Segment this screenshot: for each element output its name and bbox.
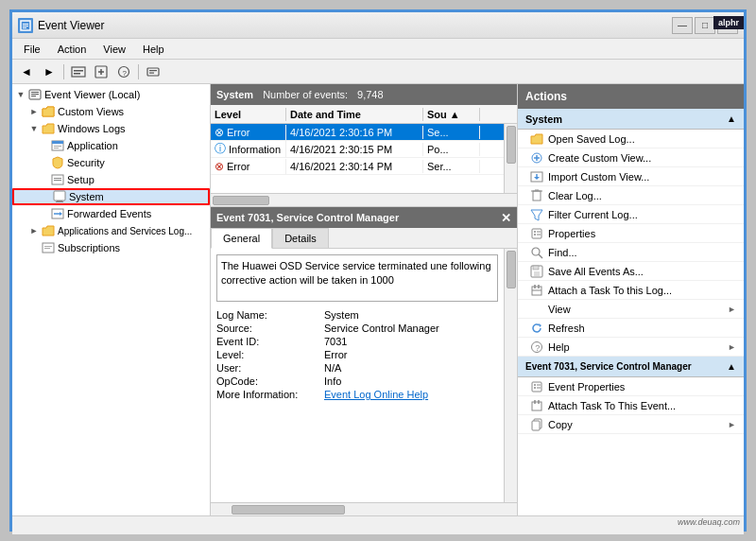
action-clear-log[interactable]: Clear Log...	[518, 186, 744, 205]
action-copy[interactable]: Copy ►	[518, 415, 744, 434]
menu-help[interactable]: Help	[135, 42, 172, 57]
field-value-user: N/A	[324, 362, 498, 374]
toolbar-back[interactable]: ◄	[16, 62, 37, 81]
action-attach-task-event[interactable]: Attach Task To This Event...	[518, 396, 744, 415]
action-save-all[interactable]: Save All Events As...	[518, 262, 744, 281]
action-label: Copy	[548, 419, 573, 430]
table-row[interactable]: ⓘ Information 4/16/2021 2:30:15 PM Po...	[211, 141, 504, 158]
svg-rect-49	[537, 234, 541, 235]
log-datetime-cell: 4/16/2021 2:30:16 PM	[286, 126, 423, 139]
action-event-properties[interactable]: Event Properties	[518, 377, 744, 396]
view-icon	[529, 302, 544, 317]
event-detail-h-thumb[interactable]	[232, 505, 345, 515]
action-create-custom-view[interactable]: Create Custom View...	[518, 148, 744, 167]
properties-icon	[529, 226, 544, 241]
event-detail-scrollbar-thumb[interactable]	[507, 251, 516, 288]
svg-text:?: ?	[535, 343, 540, 353]
tree-item-forwarded[interactable]: Forwarded Events	[12, 205, 210, 222]
tree-item-app-services[interactable]: ► Applications and Services Log...	[12, 222, 210, 239]
action-attach-task[interactable]: Attach a Task To this Log...	[518, 281, 744, 300]
action-import-custom-view[interactable]: Import Custom View...	[518, 167, 744, 186]
actions-section-event[interactable]: Event 7031, Service Control Manager ▲	[518, 357, 744, 377]
svg-rect-21	[54, 146, 61, 147]
action-refresh[interactable]: Refresh	[518, 319, 744, 338]
log-table-header: Level Date and Time Sou ▲	[211, 105, 517, 124]
menu-file[interactable]: File	[16, 42, 48, 57]
error-icon: ⊗	[215, 126, 224, 139]
event-count-label: Number of events:	[263, 89, 348, 100]
log-title: System	[216, 89, 253, 100]
svg-rect-45	[532, 229, 541, 238]
toolbar-action2[interactable]	[91, 62, 112, 81]
tree-label: Applications and Services Log...	[58, 226, 192, 236]
tree-item-system[interactable]: System	[12, 188, 210, 205]
event-count: 9,748	[357, 89, 384, 100]
toolbar-action3[interactable]	[143, 62, 163, 81]
tree-icon	[41, 223, 56, 238]
svg-rect-71	[532, 421, 540, 430]
tree-icon	[41, 121, 56, 136]
main-layout: ▼ Event Viewer (Local) ► Custom Views ▼	[12, 84, 744, 515]
expand-icon	[27, 241, 41, 254]
tree-item-custom-views[interactable]: ► Custom Views	[12, 103, 210, 120]
maximize-button[interactable]: □	[695, 17, 715, 34]
field-label-logname: Log Name:	[216, 309, 320, 321]
svg-text:?: ?	[123, 69, 128, 78]
tree-item-subscriptions[interactable]: Subscriptions	[12, 239, 210, 256]
tree-icon	[27, 87, 43, 102]
scroll-h-thumb[interactable]	[213, 196, 269, 205]
tree-item-windows-logs[interactable]: ▼ Windows Logs	[12, 120, 210, 137]
actions-section-system[interactable]: System ▲	[518, 109, 744, 130]
table-row[interactable]: ⊗ Error 4/16/2021 2:30:16 PM Se...	[211, 124, 504, 141]
svg-rect-27	[57, 201, 62, 201]
scrollbar-thumb[interactable]	[507, 126, 516, 164]
event-detail-close-button[interactable]: ✕	[501, 211, 511, 225]
event-detail-h-scrollbar[interactable]	[211, 502, 517, 515]
open-log-icon	[529, 131, 544, 147]
action-label: Properties	[548, 228, 595, 239]
action-open-saved-log[interactable]: Open Saved Log...	[518, 130, 744, 148]
action-label: Open Saved Log...	[548, 133, 635, 145]
vertical-scrollbar[interactable]	[504, 124, 517, 193]
svg-rect-24	[54, 178, 61, 179]
table-row[interactable]: ⊗ Error 4/16/2021 2:30:14 PM Ser...	[211, 158, 504, 175]
action-filter-log[interactable]: Filter Current Log...	[518, 205, 744, 224]
svg-rect-47	[537, 231, 541, 232]
menu-view[interactable]: View	[95, 42, 133, 57]
field-value-source: Service Control Manager	[324, 323, 498, 334]
tab-general[interactable]: General	[211, 228, 272, 249]
expand-icon	[41, 139, 50, 152]
horizontal-scrollbar[interactable]	[211, 193, 517, 206]
action-label: Help	[548, 341, 570, 353]
tree-item-application[interactable]: Application	[12, 137, 210, 154]
expand-icon	[41, 207, 50, 220]
action-view[interactable]: View ►	[518, 300, 744, 319]
tree-item-event-viewer[interactable]: ▼ Event Viewer (Local)	[12, 86, 210, 103]
toolbar-action1[interactable]	[68, 62, 89, 81]
log-datetime-cell: 4/16/2021 2:30:14 PM	[286, 160, 423, 173]
tab-details[interactable]: Details	[272, 228, 329, 248]
toolbar-help[interactable]: ?	[113, 62, 134, 81]
tree-icon	[50, 138, 65, 153]
minimize-button[interactable]: —	[672, 17, 693, 34]
log-level-cell: ⓘ Information	[211, 140, 286, 158]
tree-label: Setup	[67, 174, 94, 185]
field-label-moreinfo: More Information:	[216, 389, 320, 400]
action-help[interactable]: ? Help ►	[518, 338, 744, 357]
expand-icon: ▼	[27, 122, 41, 135]
svg-rect-18	[31, 96, 36, 96]
svg-rect-17	[31, 94, 39, 95]
tree-icon	[52, 189, 67, 204]
action-find[interactable]: Find...	[518, 243, 744, 262]
action-properties[interactable]: Properties	[518, 224, 744, 243]
tree-item-security[interactable]: Security	[12, 154, 210, 171]
attach-task-icon	[529, 283, 544, 298]
log-table-body: ⊗ Error 4/16/2021 2:30:16 PM Se... ⓘ	[211, 124, 504, 175]
toolbar-forward[interactable]: ►	[39, 62, 60, 81]
tree-item-setup[interactable]: Setup	[12, 171, 210, 188]
event-detail-scrollbar[interactable]	[504, 249, 517, 502]
menu-action[interactable]: Action	[50, 42, 94, 57]
submenu-arrow-icon: ►	[728, 305, 736, 314]
log-source-cell: Ser...	[423, 160, 480, 173]
field-value-moreinfo[interactable]: Event Log Online Help	[324, 389, 498, 400]
